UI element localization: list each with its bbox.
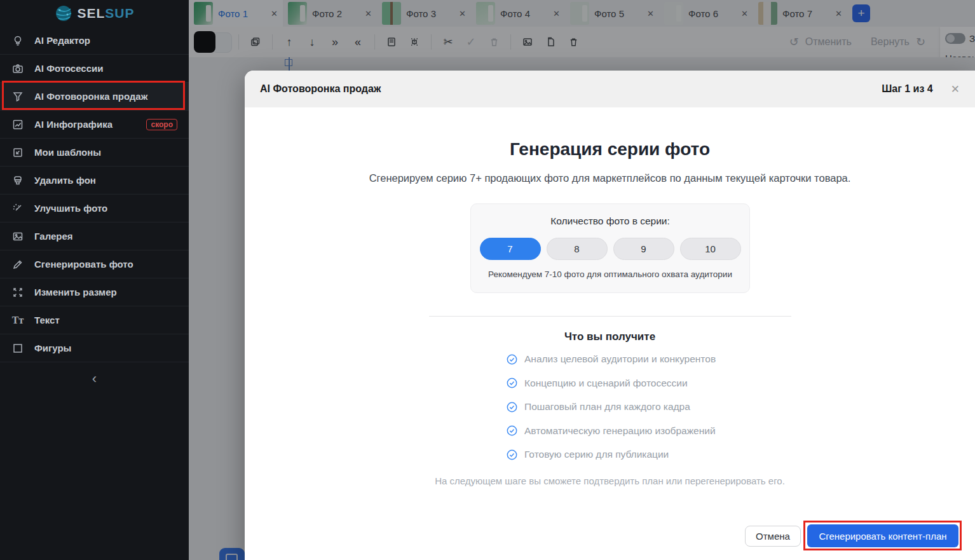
count-label: Количество фото в серии: bbox=[471, 215, 749, 227]
benefit-item: Анализ целевой аудитории и конкурентов bbox=[507, 352, 716, 366]
sidebar-item-label: Фигуры bbox=[34, 343, 71, 353]
sidebar-item-label: AI Редактор bbox=[34, 35, 90, 46]
benefit-item: Готовую серию для публикации bbox=[507, 447, 716, 461]
sidebar-item-label: Галерея bbox=[34, 231, 73, 242]
count-options: 7 8 9 10 bbox=[471, 238, 749, 260]
count-option-10[interactable]: 10 bbox=[680, 238, 741, 260]
sidebar-collapse-button[interactable]: ‹ bbox=[0, 366, 189, 392]
benefit-item: Концепцию и сценарий фотосессии bbox=[507, 376, 716, 390]
generate-content-plan-button[interactable]: Сгенерировать контент-план bbox=[807, 524, 958, 547]
sidebar-item-ai-editor[interactable]: AI Редактор bbox=[0, 27, 189, 55]
count-option-7[interactable]: 7 bbox=[480, 238, 541, 260]
sidebar-item-label: Изменить размер bbox=[34, 287, 117, 297]
sidebar-item-label: Сгенерировать фото bbox=[34, 259, 133, 270]
selsup-logo: SELSUP bbox=[0, 0, 189, 27]
modal-title: AI Фотоворонка продаж bbox=[260, 83, 381, 95]
sidebar-item-my-templates[interactable]: Мои шаблоны bbox=[0, 139, 189, 167]
paintbrush-icon bbox=[11, 258, 24, 271]
check-circle-icon bbox=[507, 402, 517, 413]
camera-icon bbox=[11, 62, 24, 75]
sidebar-item-label: Улучшить фото bbox=[34, 203, 107, 214]
sidebar-item-generate-photo[interactable]: Сгенерировать фото bbox=[0, 250, 189, 278]
benefit-text: Анализ целевой аудитории и конкурентов bbox=[524, 353, 716, 365]
benefit-item: Автоматическую генерацию изображений bbox=[507, 424, 716, 438]
sidebar-item-label: Мои шаблоны bbox=[34, 147, 101, 158]
check-circle-icon bbox=[507, 378, 517, 388]
gallery-icon bbox=[11, 230, 24, 243]
sidebar-item-remove-background[interactable]: Удалить фон bbox=[0, 167, 189, 195]
chart-icon bbox=[11, 118, 24, 131]
check-circle-icon bbox=[507, 449, 517, 460]
sidebar-item-label: AI Инфографика bbox=[34, 119, 112, 130]
benefit-text: Пошаговый план для каждого кадра bbox=[524, 401, 690, 413]
count-hint: Рекомендуем 7-10 фото для оптимального о… bbox=[471, 270, 749, 279]
text-icon: Tт bbox=[11, 314, 24, 327]
lightbulb-icon bbox=[11, 34, 24, 47]
modal-close-icon[interactable]: ✕ bbox=[951, 83, 960, 96]
sidebar-item-gallery[interactable]: Галерея bbox=[0, 222, 189, 250]
coming-soon-badge: скоро bbox=[146, 119, 177, 130]
sidebar-item-ai-photo-funnel[interactable]: AI Фотоворонка продаж bbox=[0, 83, 189, 111]
benefits-list: Анализ целевой аудитории и конкурентов К… bbox=[507, 352, 716, 472]
dialog-subtitle: Сгенерируем серию 7+ продающих фото для … bbox=[245, 172, 975, 184]
ai-photo-funnel-modal: AI Фотоворонка продаж Шаг 1 из 4 ✕ Генер… bbox=[245, 71, 975, 560]
sidebar-item-shapes[interactable]: Фигуры bbox=[0, 334, 189, 362]
selsup-globe-icon bbox=[54, 4, 73, 23]
brand-text: SELSUP bbox=[77, 6, 134, 21]
shapes-icon bbox=[11, 342, 24, 355]
sidebar-item-ai-photosessions[interactable]: AI Фотосессии bbox=[0, 55, 189, 83]
photo-count-selector: Количество фото в серии: 7 8 9 10 Рекоме… bbox=[470, 203, 750, 293]
resize-icon bbox=[11, 286, 24, 299]
modal-header: AI Фотоворонка продаж Шаг 1 из 4 ✕ bbox=[245, 71, 975, 107]
magic-wand-icon bbox=[11, 202, 24, 215]
section-divider bbox=[429, 316, 791, 317]
benefit-item: Пошаговый план для каждого кадра bbox=[507, 400, 716, 414]
sidebar-item-ai-infographics[interactable]: AI Инфографика скоро bbox=[0, 111, 189, 139]
sidebar-item-label: AI Фотосессии bbox=[34, 63, 104, 74]
next-step-note: На следующем шаге вы сможете подтвердить… bbox=[245, 475, 975, 486]
sidebar-item-resize[interactable]: Изменить размер bbox=[0, 278, 189, 306]
sidebar-item-label: AI Фотоворонка продаж bbox=[34, 91, 147, 102]
sidebar-item-enhance-photo[interactable]: Улучшить фото bbox=[0, 195, 189, 222]
sidebar-item-label: Текст bbox=[34, 315, 60, 325]
sidebar-item-label: Удалить фон bbox=[34, 175, 96, 186]
benefits-heading: Что вы получите bbox=[245, 331, 975, 343]
sidebar: SELSUP AI Редактор AI Фотосессии AI Фото… bbox=[0, 0, 189, 560]
check-circle-icon bbox=[507, 425, 517, 436]
template-icon bbox=[11, 146, 24, 159]
step-indicator: Шаг 1 из 4 bbox=[882, 83, 933, 95]
count-option-8[interactable]: 8 bbox=[547, 238, 608, 260]
cancel-button[interactable]: Отмена bbox=[745, 526, 801, 547]
benefit-text: Концепцию и сценарий фотосессии bbox=[524, 378, 688, 389]
check-circle-icon bbox=[507, 354, 517, 365]
sidebar-item-text[interactable]: Tт Текст bbox=[0, 306, 189, 334]
funnel-icon bbox=[11, 90, 24, 103]
benefit-text: Готовую серию для публикации bbox=[524, 449, 669, 460]
remove-background-icon bbox=[11, 174, 24, 187]
dialog-heading: Генерация серии фото bbox=[245, 139, 975, 160]
benefit-text: Автоматическую генерацию изображений bbox=[524, 425, 716, 437]
count-option-9[interactable]: 9 bbox=[613, 238, 674, 260]
